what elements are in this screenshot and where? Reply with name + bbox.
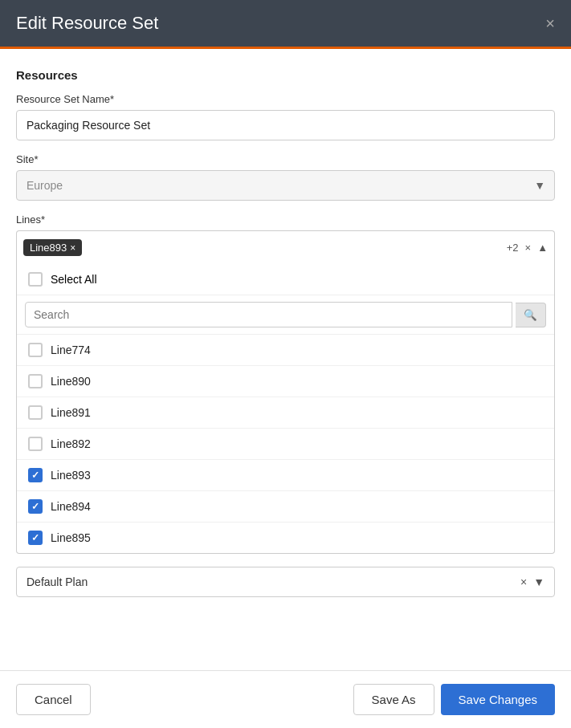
line892-checkbox[interactable] bbox=[28, 437, 43, 451]
default-plan-value: Default Plan bbox=[27, 575, 88, 588]
lines-checkbox-list: Line774 Line890 Line891 Line892 bbox=[17, 335, 554, 553]
line774-checkbox[interactable] bbox=[28, 343, 43, 357]
line894-checkbox[interactable] bbox=[28, 499, 43, 514]
lines-tags: Line893 × bbox=[23, 239, 82, 256]
select-all-row[interactable]: Select All bbox=[17, 264, 554, 295]
line890-checkbox[interactable] bbox=[28, 374, 43, 388]
list-item[interactable]: Line895 bbox=[17, 523, 554, 553]
lines-clear-icon[interactable]: × bbox=[525, 242, 532, 254]
select-all-checkbox[interactable] bbox=[28, 272, 43, 287]
line893-label: Line893 bbox=[51, 469, 91, 482]
line893-tag-close-icon[interactable]: × bbox=[70, 243, 75, 253]
line892-label: Line892 bbox=[51, 437, 91, 450]
site-select[interactable]: Europe bbox=[16, 170, 555, 201]
select-all-label: Select All bbox=[51, 273, 97, 286]
line893-checkbox[interactable] bbox=[28, 468, 43, 482]
lines-field-wrapper: Line893 × +2 × ▲ Select All bbox=[16, 230, 555, 554]
search-icon: 🔍 bbox=[524, 309, 537, 321]
resource-set-name-input[interactable] bbox=[16, 110, 555, 140]
default-plan-chevron-icon[interactable]: ▼ bbox=[533, 575, 544, 588]
edit-resource-set-modal: Edit Resource Set × Resources Resource S… bbox=[0, 0, 571, 728]
lines-search-button[interactable]: 🔍 bbox=[516, 303, 546, 327]
modal-body: Resources Resource Set Name* Site* Europ… bbox=[0, 49, 571, 670]
list-item[interactable]: Line894 bbox=[17, 491, 554, 523]
lines-chevron-up-icon[interactable]: ▲ bbox=[537, 242, 548, 254]
lines-right-controls: +2 × ▲ bbox=[507, 242, 548, 254]
resources-section-label: Resources bbox=[16, 68, 555, 82]
modal-title: Edit Resource Set bbox=[16, 13, 158, 34]
line895-checkbox[interactable] bbox=[28, 531, 43, 545]
lines-label: Lines* bbox=[16, 214, 555, 226]
lines-search-input[interactable] bbox=[25, 302, 512, 327]
search-row: 🔍 bbox=[17, 295, 554, 335]
cancel-button[interactable]: Cancel bbox=[16, 684, 91, 715]
default-plan-field[interactable]: Default Plan × ▼ bbox=[16, 567, 555, 597]
lines-extra-count: +2 bbox=[507, 242, 519, 254]
modal-header: Edit Resource Set × bbox=[0, 0, 571, 49]
line895-label: Line895 bbox=[51, 531, 91, 544]
line891-checkbox[interactable] bbox=[28, 405, 43, 420]
line893-tag: Line893 × bbox=[23, 239, 82, 256]
line774-label: Line774 bbox=[51, 344, 91, 356]
list-item[interactable]: Line892 bbox=[17, 429, 554, 460]
footer-right-buttons: Save As Save Changes bbox=[353, 684, 555, 715]
site-label: Site* bbox=[16, 153, 555, 165]
lines-field[interactable]: Line893 × +2 × ▲ bbox=[16, 230, 555, 264]
list-item[interactable]: Line890 bbox=[17, 366, 554, 397]
resource-set-name-label: Resource Set Name* bbox=[16, 93, 555, 105]
list-item[interactable]: Line893 bbox=[17, 460, 554, 491]
lines-dropdown-panel: Select All 🔍 Line774 bbox=[16, 264, 555, 554]
save-changes-button[interactable]: Save Changes bbox=[441, 684, 555, 715]
line890-label: Line890 bbox=[51, 375, 91, 388]
save-as-button[interactable]: Save As bbox=[353, 684, 434, 715]
modal-footer: Cancel Save As Save Changes bbox=[0, 670, 571, 728]
default-plan-row: Default Plan × ▼ bbox=[16, 567, 555, 610]
line891-label: Line891 bbox=[51, 406, 91, 419]
line894-label: Line894 bbox=[51, 500, 91, 513]
list-item[interactable]: Line891 bbox=[17, 397, 554, 429]
line893-tag-label: Line893 bbox=[30, 242, 67, 254]
close-button[interactable]: × bbox=[545, 15, 555, 31]
list-item[interactable]: Line774 bbox=[17, 335, 554, 366]
default-plan-clear-icon[interactable]: × bbox=[520, 575, 527, 588]
